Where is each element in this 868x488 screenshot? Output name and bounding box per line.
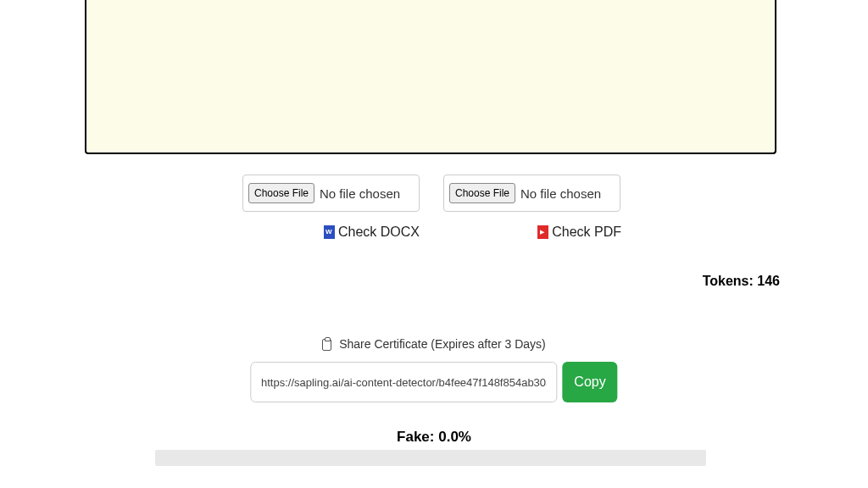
pdf-file-status: No file chosen: [520, 186, 601, 201]
file-upload-row: Choose File No file chosen Choose File N…: [242, 175, 620, 212]
pdf-file-input-group: Choose File No file chosen: [443, 175, 620, 212]
choose-pdf-file-button[interactable]: Choose File: [449, 183, 515, 203]
fake-progress-bar: [155, 450, 706, 466]
check-pdf-label: Check PDF: [444, 225, 621, 240]
fake-value: 0.0%: [438, 429, 471, 445]
check-docx-label: Check DOCX: [242, 225, 420, 240]
content-textarea[interactable]: [85, 0, 776, 154]
share-text: Share Certificate (Expires after 3 Days): [339, 337, 546, 351]
docx-file-input-group: Choose File No file chosen: [242, 175, 420, 212]
word-icon: [324, 225, 335, 239]
tokens-value: 146: [757, 274, 780, 288]
choose-docx-file-button[interactable]: Choose File: [248, 183, 314, 203]
copy-button[interactable]: Copy: [562, 362, 617, 402]
share-certificate-label: Share Certificate (Expires after 3 Days): [0, 337, 868, 351]
tokens-counter: Tokens: 146: [703, 274, 780, 289]
fake-label: Fake:: [397, 429, 434, 445]
share-url-row: Copy: [250, 362, 617, 402]
clipboard-icon: [322, 339, 331, 351]
docx-file-status: No file chosen: [320, 186, 400, 201]
pdf-icon: [537, 225, 548, 239]
check-docx-text: Check DOCX: [338, 225, 420, 240]
share-url-input[interactable]: [250, 362, 557, 402]
fake-score: Fake: 0.0%: [0, 429, 868, 446]
tokens-label: Tokens:: [703, 274, 754, 288]
check-labels-row: Check DOCX Check PDF: [242, 225, 621, 240]
check-pdf-text: Check PDF: [552, 225, 621, 240]
